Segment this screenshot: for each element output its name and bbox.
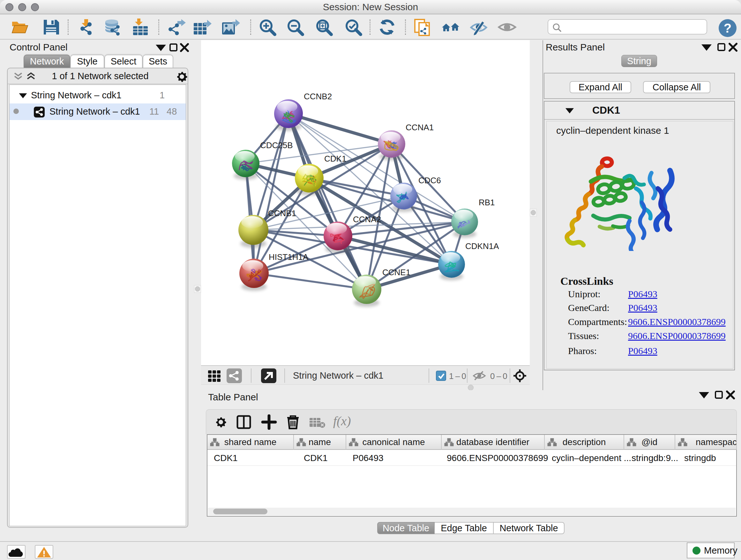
svg-text:RB1: RB1 <box>479 198 495 207</box>
svg-text:CCNA2: CCNA2 <box>353 214 381 224</box>
svg-text:CCNB1: CCNB1 <box>268 208 296 218</box>
svg-text:CDC25B: CDC25B <box>260 140 293 150</box>
svg-text:CDC6: CDC6 <box>418 176 441 185</box>
svg-text:CCNB2: CCNB2 <box>304 91 332 101</box>
svg-text:HIST1H1A: HIST1H1A <box>269 252 309 262</box>
svg-text:CCNA1: CCNA1 <box>406 123 434 132</box>
svg-text:CDKN1A: CDKN1A <box>465 241 499 251</box>
svg-text:CCNE1: CCNE1 <box>382 267 410 277</box>
svg-text:CDK1: CDK1 <box>324 154 346 164</box>
